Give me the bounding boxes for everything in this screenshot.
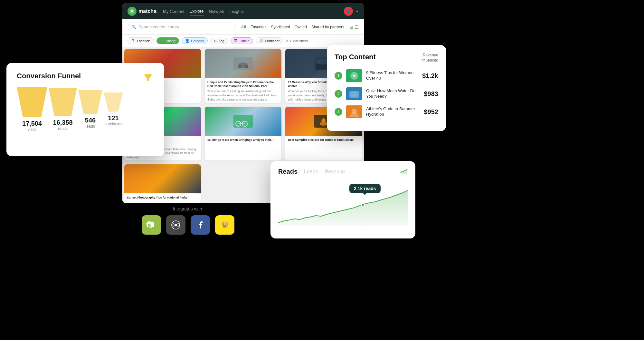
visits-number: 17,504 [22,120,42,127]
svg-point-20 [351,92,357,97]
filter-favorites[interactable]: Favorites [249,24,268,30]
tab-leads[interactable]: Leads [304,169,318,175]
nav-avatar: 👤 [344,7,353,16]
nav-network[interactable]: Network [209,8,224,15]
facebook-logo [191,215,210,235]
chip-tag-label: Tag [219,39,224,43]
svg-point-31 [223,226,227,228]
card-title-4: 15 Things to Do When Bringing Family to … [207,138,279,142]
conversion-funnel-title: Conversion Funnel [17,72,154,80]
card-image-4 [205,107,281,136]
reads-chart-area: 2.1k reads [278,181,408,229]
card-body-6: Sunset Photography Tips for National Par… [124,193,201,203]
nav-bar: matcha My Content Explore Network Insigh… [122,3,364,19]
reads-number: 16,358 [53,119,72,126]
persona-icon: 👤 [185,39,190,43]
wordpress-logo [166,215,185,235]
filter-chips: 📍 Location 🚶 Hiking 👤 Persona 🏷 Tag ☰ Li… [122,35,364,47]
filter-owned[interactable]: Owned [293,24,308,30]
leads-label: leads [85,124,96,129]
top-content-value-3: $952 [424,108,439,116]
thumb-2 [346,87,362,100]
reads-chart-card: Reads Leads Revenue 2.1k reads [270,161,415,238]
chip-tag[interactable]: 🏷 Tag [210,38,228,44]
content-card-6[interactable]: Sunset Photography Tips for National Par… [124,164,201,203]
tab-reads[interactable]: Reads [278,168,298,175]
top-content-value-2: $983 [424,90,439,98]
thumb-3 [346,105,362,118]
rank-1: 1 [335,72,342,80]
listicle-icon: ☰ [234,39,237,43]
svg-point-3 [238,65,242,68]
chip-hiking[interactable]: 🚶 Hiking [156,37,179,44]
revenue-influenced-label: Revenueinfluenced [421,53,438,63]
card-image-1 [205,49,281,78]
chart-svg [278,181,408,226]
list-view-icon[interactable]: ☰ [355,24,359,30]
svg-point-15 [322,118,325,123]
top-content-card: Top Content Revenueinfluenced 1 9 Fitnes… [327,45,446,131]
filter-shared[interactable]: Shared by partners [310,24,346,30]
mailchimp-logo [215,215,234,235]
filter-all[interactable]: All [240,24,247,30]
logo-icon [128,7,137,16]
grid-view-icon[interactable]: ⊞ [349,24,353,30]
nav-right: 👤 ▼ [344,7,359,16]
content-card-4[interactable]: 15 Things to Do When Bringing Family to … [205,107,281,160]
top-content-header: Top Content Revenueinfluenced [335,53,438,63]
clear-filters-button[interactable]: ✕ Clear filters [286,39,308,43]
app-name: matcha [138,8,156,14]
top-content-value-1: $1.2k [422,72,438,80]
chip-listicle[interactable]: ☰ Listicle [231,37,253,44]
thumb-1 [346,69,362,82]
chip-location[interactable]: 📍 Location [128,37,154,44]
location-icon: 📍 [131,39,136,43]
close-icon: ✕ [286,39,289,43]
chip-hiking-label: Hiking [166,39,176,43]
reads-tooltip: 2.1k reads [349,184,381,193]
integration-logos [142,215,234,235]
purchases-label: purchases [104,122,122,126]
card-excerpt-1: Take your pick of exciting and exhilarat… [207,89,279,102]
search-icon: 🔍 [132,25,137,29]
chip-persona[interactable]: 👤 Persona [182,37,208,44]
rank-3: 3 [335,108,342,116]
visits-label: visits [22,127,42,132]
nav-dropdown-arrow[interactable]: ▼ [355,10,359,13]
top-content-title: Top Content [335,53,376,61]
chip-persona-label: Persona [191,39,204,43]
filter-syndicated[interactable]: Syndicated [270,24,291,30]
search-box[interactable]: 🔍 Search content library [128,23,236,31]
card-title-1: Unique and Exhilarating Ways to Experien… [207,81,279,88]
nav-links: My Content Explore Network Insights [163,7,244,15]
card-image-6 [124,164,201,193]
tag-icon: 🏷 [214,39,217,43]
top-content-title-2: Quiz: How Much Water Do You Need? [366,88,420,99]
nav-my-content[interactable]: My Content [163,8,184,15]
view-toggles: ⊞ ☰ [349,24,359,30]
svg-point-22 [352,109,357,114]
chip-publisher[interactable]: 📰 Publisher [256,37,283,44]
top-content-title-1: 9 Fitness Tips for Women Over 40 [366,70,418,81]
nav-insights[interactable]: Insights [229,8,244,15]
svg-point-29 [223,224,224,225]
leads-number: 546 [85,117,96,124]
publisher-icon: 📰 [259,39,264,43]
chip-listicle-label: Listicle [239,39,250,43]
svg-point-4 [245,65,248,68]
purchases-number: 121 [104,114,122,122]
search-area: 🔍 Search content library All Favorites S… [122,19,364,35]
card-body-4: 15 Things to Do When Bringing Family to … [205,136,281,146]
reads-tabs: Reads Leads Revenue [278,168,408,176]
svg-point-23 [361,203,365,207]
tab-revenue[interactable]: Revenue [325,169,345,175]
funnel-filter-icon [142,72,154,83]
svg-point-30 [226,224,227,225]
content-card-1[interactable]: Unique and Exhilarating Ways to Experien… [205,49,281,103]
hiking-icon: 🚶 [160,39,165,43]
top-content-item-3: 3 Athlete's Gude to Summer Hydration $95… [335,105,438,118]
top-content-item-1: 1 9 Fitness Tips for Women Over 40 $1.2k [335,69,438,82]
conversion-funnel-card: Conversion Funnel 17,504 visits 16,358 r… [6,63,164,156]
chip-publisher-label: Publisher [265,39,280,43]
nav-explore[interactable]: Explore [190,7,204,15]
